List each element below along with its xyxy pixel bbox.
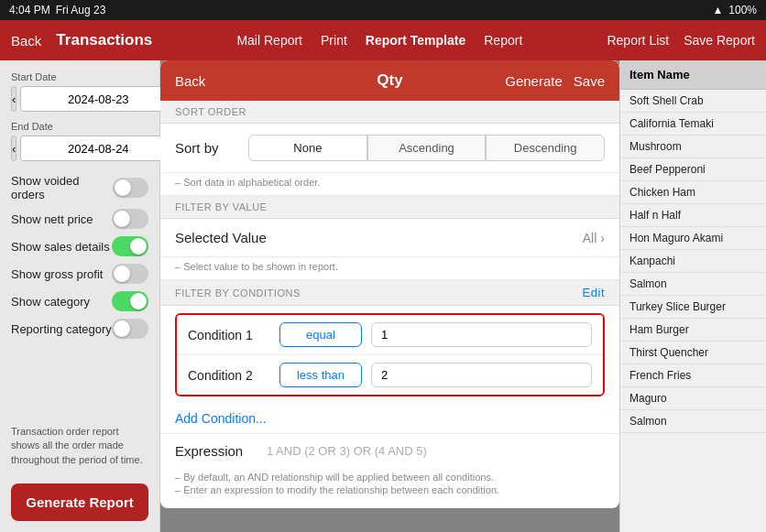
list-item: Chicken Ham: [620, 181, 766, 204]
condition-value-0[interactable]: [371, 322, 592, 347]
nav-report-template[interactable]: Report Template: [366, 33, 465, 48]
filter-edit-button[interactable]: Edit: [583, 286, 605, 299]
start-date-prev[interactable]: ‹: [11, 86, 16, 112]
list-item: Maguro: [620, 387, 766, 410]
toggle-label-5: Reporting category: [11, 322, 112, 336]
modal: Back Qty Generate Save SORT ORDER Sort b…: [160, 60, 619, 508]
nav-save-report[interactable]: Save Report: [684, 33, 755, 48]
sidebar: Start Date ‹ › End Date ‹ › Show voided …: [0, 60, 160, 532]
condition-name-0: Condition 1: [188, 328, 270, 342]
modal-back-button[interactable]: Back: [175, 73, 282, 89]
modal-body: SORT ORDER Sort by None Ascending Descen…: [160, 101, 619, 508]
add-condition-button[interactable]: Add Condition...: [160, 404, 281, 433]
toggle-label-0: Show voided orders: [11, 174, 113, 201]
start-date-group: Start Date ‹ ›: [11, 71, 148, 112]
toggle-label-3: Show gross profit: [11, 267, 103, 281]
start-date-label: Start Date: [11, 71, 148, 82]
toggle-5[interactable]: [112, 319, 148, 339]
toggle-label-2: Show sales details: [11, 240, 110, 254]
nav-report[interactable]: Report: [484, 33, 522, 48]
end-date-prev[interactable]: ‹: [11, 136, 16, 161]
expression-value: 1 AND (2 OR 3) OR (4 AND 5): [267, 444, 427, 458]
toggle-row-5: Reporting category: [11, 315, 148, 342]
expression-hint-1: – Enter an expression to modify the rela…: [175, 484, 605, 495]
status-time: 4:04 PM: [9, 4, 50, 16]
sort-order-section-header: SORT ORDER: [160, 101, 619, 124]
generate-report-button[interactable]: Generate Report: [11, 483, 148, 521]
list-item: Salmon: [620, 273, 766, 296]
top-nav: Back Transactions Mail Report Print Repo…: [0, 20, 766, 60]
selected-value-row: Selected Value All ›: [160, 219, 619, 257]
filter-conditions-label: FILTER BY CONDITIONS: [175, 288, 301, 299]
list-item: Turkey Slice Burger: [620, 296, 766, 319]
sort-by-label: Sort by: [175, 140, 248, 156]
expression-hints: – By default, an AND relationship will b…: [160, 468, 619, 508]
sort-options: None Ascending Descending: [248, 135, 605, 161]
sort-hint: – Sort data in alphabetical order.: [160, 173, 619, 196]
item-list-panel: Item Name Soft Shell CrabCalifornia Tema…: [619, 60, 766, 532]
condition-value-1[interactable]: [371, 363, 592, 387]
toggle-row-4: Show category: [11, 288, 148, 315]
filter-value-section-header: FILTER BY VALUE: [160, 196, 619, 219]
sort-order-row: Sort by None Ascending Descending: [160, 124, 619, 173]
sort-ascending[interactable]: Ascending: [367, 135, 487, 161]
toggle-label-4: Show category: [11, 295, 90, 309]
list-item: Half n Half: [620, 204, 766, 227]
battery-status: 100%: [728, 4, 757, 16]
nav-title: Transactions: [56, 31, 152, 49]
list-item: Salmon: [620, 410, 766, 433]
select-hint: – Select value to be shown in report.: [160, 257, 619, 280]
toggle-row-1: Show nett price: [11, 205, 148, 233]
list-item: Kanpachi: [620, 250, 766, 273]
nav-print[interactable]: Print: [321, 33, 347, 48]
modal-save-button[interactable]: Save: [574, 73, 605, 89]
end-date-group: End Date ‹ ›: [11, 121, 148, 161]
sort-none[interactable]: None: [248, 135, 367, 161]
toggle-row-3: Show gross profit: [11, 260, 148, 288]
toggle-0[interactable]: [113, 178, 148, 198]
toggle-row-2: Show sales details: [11, 233, 148, 260]
nav-back-button[interactable]: Back: [11, 33, 41, 49]
selected-value-label: Selected Value: [175, 230, 583, 245]
modal-overlay: Back Qty Generate Save SORT ORDER Sort b…: [160, 60, 619, 532]
sidebar-note: Transaction order report shows all the o…: [11, 425, 148, 467]
modal-generate-button[interactable]: Generate: [505, 73, 563, 89]
item-list-header: Item Name: [620, 60, 766, 90]
list-item: Soft Shell Crab: [620, 90, 766, 113]
toggle-2[interactable]: [112, 236, 148, 256]
condition-row-1: Condition 2 less than: [177, 355, 603, 395]
status-date: Fri Aug 23: [56, 4, 106, 16]
selected-value-action[interactable]: All ›: [583, 231, 605, 245]
modal-title: Qty: [282, 71, 498, 90]
toggle-row-0: Show voided orders: [11, 170, 148, 205]
end-date-input[interactable]: [20, 136, 176, 161]
condition-row-0: Condition 1 equal: [177, 315, 603, 355]
toggle-1[interactable]: [112, 209, 148, 229]
expression-label: Expression: [175, 443, 257, 459]
expression-hint-0: – By default, an AND relationship will b…: [175, 472, 605, 483]
condition-name-1: Condition 2: [188, 368, 270, 383]
modal-header: Back Qty Generate Save: [160, 60, 619, 101]
list-item: Thirst Quencher: [620, 342, 766, 364]
list-item: California Temaki: [620, 113, 766, 136]
toggle-4[interactable]: [112, 291, 148, 311]
toggle-label-1: Show nett price: [11, 212, 93, 226]
selected-value-all: All: [583, 231, 597, 245]
list-item: Mushroom: [620, 136, 766, 158]
toggle-3[interactable]: [112, 264, 148, 284]
list-item: Hon Maguro Akami: [620, 227, 766, 250]
nav-mail-report[interactable]: Mail Report: [236, 33, 302, 48]
sort-descending[interactable]: Descending: [486, 135, 605, 161]
list-item: French Fries: [620, 364, 766, 387]
list-item: Beef Pepperoni: [620, 158, 766, 181]
chevron-right-icon: ›: [600, 231, 605, 245]
end-date-label: End Date: [11, 121, 148, 132]
wifi-icon: ▲: [712, 4, 723, 16]
filter-conditions-section-header: FILTER BY CONDITIONS Edit: [160, 280, 619, 306]
condition-operator-0[interactable]: equal: [279, 322, 362, 347]
conditions-box: Condition 1 equal Condition 2 less than: [175, 313, 605, 396]
nav-report-list[interactable]: Report List: [607, 33, 669, 48]
start-date-input[interactable]: [20, 86, 176, 112]
expression-row: Expression 1 AND (2 OR 3) OR (4 AND 5): [160, 433, 619, 468]
condition-operator-1[interactable]: less than: [279, 363, 362, 387]
